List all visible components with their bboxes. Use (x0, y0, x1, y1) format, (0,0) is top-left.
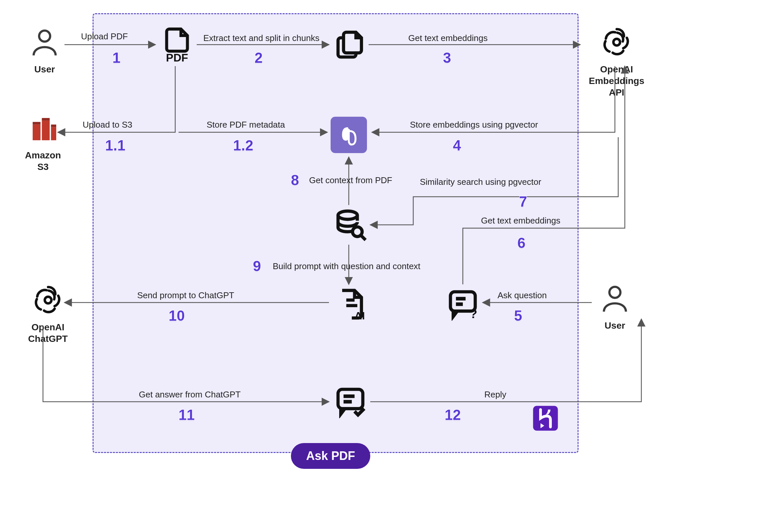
amazon-s3-label: Amazon S3 (20, 149, 66, 173)
step-12-num: 12 (445, 407, 461, 423)
user-bottom-label: User (595, 320, 635, 331)
step-9-num: 9 (253, 258, 261, 274)
svg-rect-5 (51, 127, 56, 140)
step-4-label: Store embeddings using pgvector (410, 120, 538, 130)
step-2-num: 2 (255, 50, 263, 66)
step-1-2-label: Store PDF metadata (207, 120, 285, 130)
step-10-label: Send prompt to ChatGPT (137, 290, 234, 300)
chunks-node (332, 28, 369, 63)
svg-rect-3 (32, 125, 40, 140)
db-search-icon (334, 208, 367, 241)
openai-chatgpt-node: OpenAI ChatGPT (20, 283, 76, 345)
diagram-canvas: Ask PDF User PDF (0, 0, 764, 532)
step-10-num: 10 (169, 307, 185, 324)
step-6-label: Get text embeddings (481, 216, 560, 226)
openai-embeddings-node: OpenAI Embeddings API (584, 25, 650, 98)
step-5-label: Ask question (497, 290, 547, 300)
chat-question-icon: ? (446, 288, 479, 321)
user-icon (28, 27, 61, 60)
user-bottom-node: User (595, 283, 635, 331)
step-11-label: Get answer from ChatGPT (139, 390, 241, 400)
svg-rect-24 (533, 406, 558, 431)
svg-point-10 (352, 227, 362, 237)
svg-point-20 (45, 296, 51, 303)
step-3-num: 3 (443, 50, 451, 66)
ai-file-icon: AI (334, 288, 367, 321)
svg-rect-4 (42, 121, 50, 140)
step-1-1-label: Upload to S3 (83, 120, 132, 130)
svg-rect-21 (338, 390, 363, 409)
user-top-node: User (25, 27, 65, 75)
step-8-label: Get context from PDF (309, 175, 392, 186)
step-1-num: 1 (112, 50, 120, 66)
answer-node (332, 385, 369, 420)
step-7-label: Similarity search using pgvector (420, 177, 541, 187)
step-8-num: 8 (291, 172, 299, 188)
openai-chatgpt-label: OpenAI ChatGPT (20, 321, 76, 345)
step-1-label: Upload PDF (81, 31, 128, 42)
step-3-label: Get text embeddings (408, 33, 487, 43)
user-icon (598, 283, 632, 316)
svg-rect-8 (51, 125, 56, 127)
s3-icon (27, 114, 59, 145)
svg-rect-7 (42, 118, 50, 121)
openai-icon (31, 283, 66, 317)
step-6-num: 6 (517, 235, 525, 251)
svg-rect-6 (32, 122, 40, 125)
svg-point-0 (39, 31, 50, 42)
svg-text:AI: AI (355, 310, 365, 321)
svg-point-19 (609, 287, 620, 298)
pdf-node: PDF (159, 27, 195, 64)
openai-embeddings-label: OpenAI Embeddings API (584, 64, 650, 98)
step-1-2-num: 1.2 (233, 137, 253, 154)
heroku-icon (531, 403, 560, 433)
step-5-num: 5 (514, 307, 522, 324)
svg-line-11 (361, 236, 366, 240)
question-node: ? (445, 288, 481, 322)
heroku-node (529, 403, 562, 435)
svg-text:PDF: PDF (166, 52, 188, 63)
pdf-icon: PDF (161, 27, 193, 63)
chat-check-icon (334, 385, 367, 418)
step-11-num: 11 (178, 407, 195, 423)
step-12-label: Reply (484, 390, 506, 400)
svg-point-2 (613, 39, 620, 45)
step-9-label: Build prompt with question and context (273, 261, 421, 271)
step-2-label: Extract text and split in chunks (203, 33, 319, 43)
ai-prompt-node: AI (332, 288, 369, 322)
user-top-label: User (25, 64, 65, 75)
openai-icon (599, 25, 634, 60)
svg-text:?: ? (470, 307, 478, 321)
step-1-1-num: 1.1 (105, 137, 125, 154)
dbsearch-node (332, 208, 369, 243)
step-4-num: 4 (453, 137, 461, 154)
container-badge: Ask PDF (291, 443, 370, 469)
amazon-s3-node: Amazon S3 (20, 114, 66, 173)
step-7-num: 7 (519, 193, 527, 210)
files-icon (334, 28, 367, 61)
svg-point-9 (338, 211, 357, 219)
postgres-badge (331, 117, 367, 153)
postgres-icon (337, 123, 360, 146)
